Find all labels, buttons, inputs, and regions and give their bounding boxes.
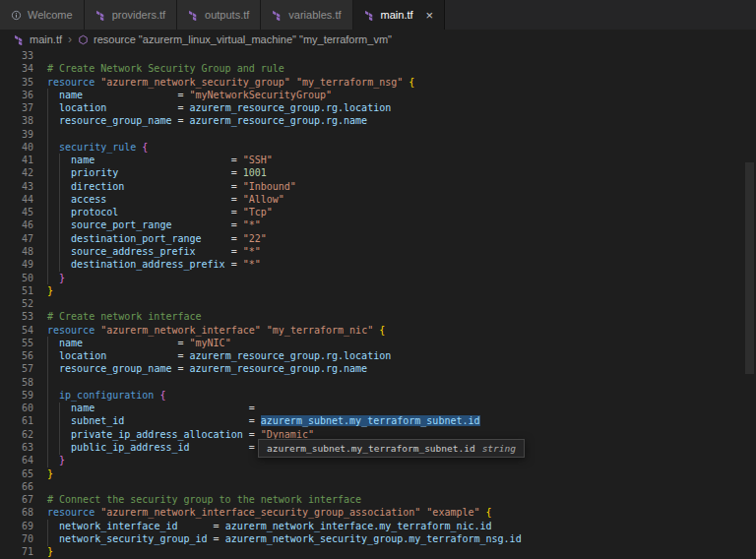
line-number: 37 (0, 101, 33, 114)
code-text: } (47, 467, 53, 480)
terraform-icon (14, 34, 25, 45)
code-text: # Connect the security group to the netw… (47, 493, 361, 506)
tab-main-tf[interactable]: main.tf× (353, 0, 446, 30)
code-line[interactable]: 65} (0, 467, 756, 480)
code-line[interactable]: 52 (0, 297, 756, 310)
code-line[interactable]: 35resource "azurerm_network_security_gro… (0, 76, 756, 89)
breadcrumb-item[interactable]: resource "azurerm_linux_virtual_machine"… (78, 33, 392, 45)
tab-label: providers.tf (112, 9, 165, 21)
line-number: 42 (0, 166, 33, 179)
code-text: destination_address_prefix = "*" (47, 258, 261, 271)
code-text: subnet_id = azurerm_subnet.my_terraform_… (47, 414, 480, 427)
code-line[interactable]: 36 name = "myNetworkSecurityGroup" (0, 89, 756, 101)
code-text: name = (47, 402, 261, 414)
code-line[interactable]: 68resource "azurerm_network_interface_se… (0, 506, 756, 519)
code-line[interactable]: 61 subnet_id = azurerm_subnet.my_terrafo… (0, 414, 756, 427)
code-text: } (47, 545, 53, 558)
indent-guide (47, 89, 48, 284)
line-number: 58 (0, 376, 33, 389)
tab-variables-tf[interactable]: variables.tf (261, 0, 352, 30)
code-line[interactable]: 58 (0, 376, 756, 389)
line-number: 34 (0, 62, 33, 75)
close-icon[interactable]: × (426, 9, 434, 22)
code-text: resource_group_name = azurerm_resource_g… (47, 114, 367, 127)
symbol-icon (78, 34, 89, 45)
code-line[interactable]: 40 security_rule { (0, 141, 756, 154)
code-line[interactable]: 48 source_address_prefix = "*" (0, 245, 756, 258)
tab-outputs-tf[interactable]: outputs.tf (177, 0, 261, 30)
tab-label: variables.tf (288, 9, 341, 21)
code-line[interactable]: 57 resource_group_name = azurerm_resourc… (0, 362, 756, 375)
terraform-icon (272, 10, 283, 21)
line-number: 41 (0, 154, 33, 166)
line-number: 68 (0, 506, 33, 519)
code-line[interactable]: 37 location = azurerm_resource_group.rg.… (0, 101, 756, 114)
code-text: security_rule { (47, 141, 148, 154)
tab-providers-tf[interactable]: providers.tf (85, 0, 177, 30)
line-number: 67 (0, 493, 33, 506)
code-line[interactable]: 59 ip_configuration { (0, 389, 756, 402)
tab-bar: Welcomeproviders.tfoutputs.tfvariables.t… (0, 0, 756, 30)
vertical-scrollbar[interactable] (745, 162, 754, 374)
chevron-right-icon: › (67, 32, 73, 46)
terraform-icon (95, 10, 106, 21)
code-line[interactable]: 45 protocol = "Tcp" (0, 206, 756, 218)
code-line[interactable]: 53# Create network interface (0, 310, 756, 323)
hover-expression: azurerm_subnet.my_terraform_subnet.id (267, 443, 475, 454)
code-line[interactable]: 46 source_port_range = "*" (0, 218, 756, 231)
code-text: network_interface_id = azurerm_network_i… (47, 520, 492, 532)
code-text: resource "azurerm_network_security_group… (47, 76, 414, 89)
line-number: 54 (0, 324, 33, 337)
tab-label: Welcome (28, 9, 73, 21)
breadcrumb-item[interactable]: main.tf (14, 33, 62, 45)
line-number: 70 (0, 532, 33, 545)
code-line[interactable]: 38 resource_group_name = azurerm_resourc… (0, 114, 756, 127)
code-text: # Create network interface (47, 310, 202, 323)
line-number: 49 (0, 258, 33, 271)
code-text: name = "myNIC" (47, 337, 231, 349)
code-line[interactable]: 49 destination_address_prefix = "*" (0, 258, 756, 271)
code-line[interactable]: 70 network_security_group_id = azurerm_n… (0, 532, 756, 545)
code-text: protocol = "Tcp" (47, 206, 273, 218)
line-number: 43 (0, 180, 33, 193)
code-line[interactable]: 51} (0, 284, 756, 297)
line-number: 39 (0, 128, 33, 141)
line-number: 47 (0, 232, 33, 245)
tab-welcome[interactable]: Welcome (0, 0, 85, 30)
line-number: 50 (0, 272, 33, 284)
code-line[interactable]: 55 name = "myNIC" (0, 337, 756, 349)
code-line[interactable]: 33 (0, 49, 756, 62)
breadcrumb: main.tf›resource "azurerm_linux_virtual_… (0, 30, 756, 49)
code-line[interactable]: 41 name = "SSH" (0, 154, 756, 166)
code-line[interactable]: 39 (0, 128, 756, 141)
line-number: 69 (0, 520, 33, 532)
code-line[interactable]: 66 (0, 480, 756, 493)
code-line[interactable]: 67# Connect the security group to the ne… (0, 493, 756, 506)
code-text: resource_group_name = azurerm_resource_g… (47, 362, 367, 375)
code-line[interactable]: 43 direction = "Inbound" (0, 180, 756, 193)
code-line[interactable]: 42 priority = 1001 (0, 166, 756, 179)
breadcrumb-label: resource "azurerm_linux_virtual_machine"… (94, 33, 392, 45)
line-number: 52 (0, 297, 33, 310)
line-number: 62 (0, 428, 33, 441)
code-text: source_port_range = "*" (47, 218, 261, 231)
code-line[interactable]: 50 } (0, 272, 756, 284)
code-text: location = azurerm_resource_group.rg.loc… (47, 101, 391, 114)
code-line[interactable]: 54resource "azurerm_network_interface" "… (0, 324, 756, 337)
editor[interactable]: 3334# Create Network Security Group and … (0, 49, 756, 559)
line-number: 45 (0, 206, 33, 218)
line-number: 33 (0, 49, 33, 62)
code-line[interactable]: 44 access = "Allow" (0, 193, 756, 206)
code-line[interactable]: 60 name = (0, 402, 756, 414)
code-line[interactable]: 47 destination_port_range = "22" (0, 232, 756, 245)
line-number: 51 (0, 284, 33, 297)
line-number: 46 (0, 218, 33, 231)
code-line[interactable]: 71} (0, 545, 756, 558)
line-number: 40 (0, 141, 33, 154)
code-text: resource "azurerm_network_interface_secu… (47, 506, 492, 519)
welcome-icon (11, 10, 22, 21)
code-text: ip_configuration { (47, 389, 165, 402)
code-line[interactable]: 56 location = azurerm_resource_group.rg.… (0, 349, 756, 362)
code-line[interactable]: 69 network_interface_id = azurerm_networ… (0, 520, 756, 532)
code-line[interactable]: 34# Create Network Security Group and ru… (0, 62, 756, 75)
